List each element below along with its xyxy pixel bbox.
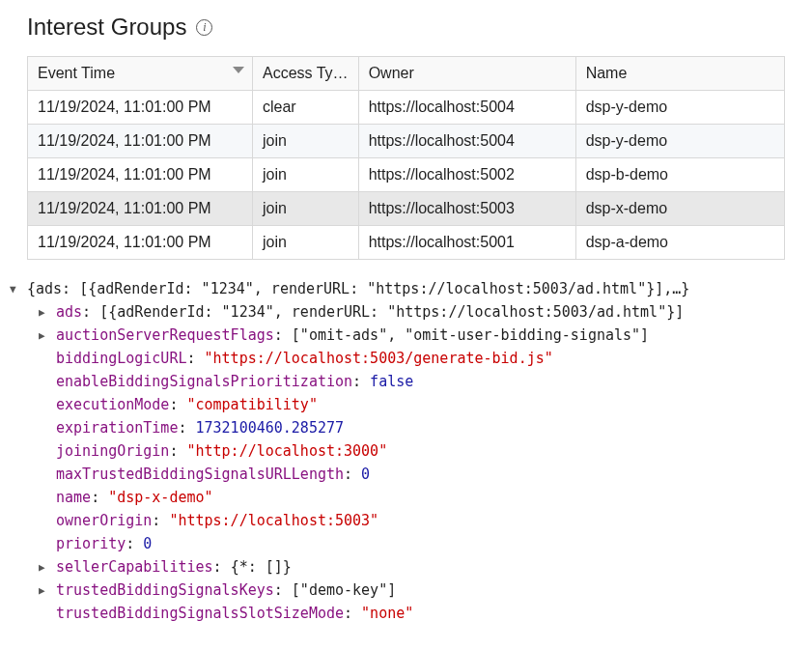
detail-line-execution-mode[interactable]: executionMode: "compatibility"	[56, 393, 318, 416]
detail-line-seller-caps[interactable]: sellerCapabilities: {*: []}	[56, 555, 292, 578]
detail-line-expiration-time[interactable]: expirationTime: 1732100460.285277	[56, 416, 344, 439]
cell-owner: https://localhost:5001	[358, 226, 575, 260]
expand-toggle-icon[interactable]: ▼	[10, 281, 23, 298]
detail-line-biddinglogicurl[interactable]: biddingLogicURL: "https://localhost:5003…	[56, 347, 553, 370]
col-header-name[interactable]: Name	[575, 57, 784, 91]
object-detail: ▼ {ads: [{adRenderId: "1234", renderURL:…	[0, 260, 812, 649]
panel-header: Interest Groups i	[0, 0, 812, 56]
table-row[interactable]: 11/19/2024, 11:01:00 PMjoinhttps://local…	[28, 226, 785, 260]
col-header-event-time[interactable]: Event Time	[28, 57, 253, 91]
col-header-owner[interactable]: Owner	[358, 57, 575, 91]
detail-line-max-trusted-url-length[interactable]: maxTrustedBiddingSignalsURLLength: 0	[56, 463, 370, 486]
cell-event_time: 11/19/2024, 11:01:00 PM	[28, 158, 253, 192]
detail-line-trusted-slot-size-mode[interactable]: trustedBiddingSignalsSlotSizeMode: "none…	[56, 602, 413, 625]
cell-name: dsp-y-demo	[575, 91, 784, 125]
cell-name: dsp-y-demo	[575, 125, 784, 158]
detail-line-trusted-keys[interactable]: trustedBiddingSignalsKeys: ["demo-key"]	[56, 578, 396, 602]
object-summary[interactable]: {ads: [{adRenderId: "1234", renderURL: "…	[27, 277, 689, 300]
cell-event_time: 11/19/2024, 11:01:00 PM	[28, 125, 253, 158]
cell-access_type: join	[253, 125, 359, 158]
table-row[interactable]: 11/19/2024, 11:01:00 PMjoinhttps://local…	[28, 125, 785, 158]
cell-event_time: 11/19/2024, 11:01:00 PM	[28, 91, 253, 125]
cell-name: dsp-x-demo	[575, 192, 784, 226]
expand-toggle-icon[interactable]: ▶	[39, 582, 52, 600]
cell-owner: https://localhost:5004	[358, 125, 575, 158]
detail-line-name[interactable]: name: "dsp-x-demo"	[56, 486, 213, 509]
col-header-access-type[interactable]: Access Ty…	[253, 57, 359, 91]
cell-access_type: join	[253, 192, 359, 226]
expand-toggle-icon[interactable]: ▶	[39, 559, 52, 577]
detail-line-ads[interactable]: ads: [{adRenderId: "1234", renderURL: "h…	[56, 300, 684, 324]
cell-owner: https://localhost:5004	[358, 91, 575, 125]
detail-line-joining-origin[interactable]: joiningOrigin: "http://localhost:3000"	[56, 439, 387, 463]
cell-owner: https://localhost:5003	[358, 192, 575, 226]
cell-event_time: 11/19/2024, 11:01:00 PM	[28, 192, 253, 226]
sort-desc-icon	[233, 67, 244, 73]
cell-owner: https://localhost:5002	[358, 158, 575, 192]
cell-access_type: clear	[253, 91, 359, 125]
cell-name: dsp-b-demo	[575, 158, 784, 192]
detail-line-enable-bidding-prioritization[interactable]: enableBiddingSignalsPrioritization: fals…	[56, 370, 413, 393]
cell-access_type: join	[253, 158, 359, 192]
info-icon[interactable]: i	[196, 19, 212, 36]
expand-toggle-icon[interactable]: ▶	[39, 327, 52, 345]
cell-access_type: join	[253, 226, 359, 260]
detail-line-auction-flags[interactable]: auctionServerRequestFlags: ["omit-ads", …	[56, 324, 649, 347]
cell-name: dsp-a-demo	[575, 226, 784, 260]
expand-toggle-icon[interactable]: ▶	[39, 304, 52, 322]
table-row[interactable]: 11/19/2024, 11:01:00 PMclearhttps://loca…	[28, 91, 785, 125]
col-header-label: Event Time	[38, 65, 115, 81]
detail-line-owner-origin[interactable]: ownerOrigin: "https://localhost:5003"	[56, 509, 378, 532]
events-table: Event Time Access Ty… Owner Name 11/19/2…	[0, 56, 812, 260]
detail-line-priority[interactable]: priority: 0	[56, 532, 152, 555]
page-title: Interest Groups	[27, 14, 186, 41]
cell-event_time: 11/19/2024, 11:01:00 PM	[28, 226, 253, 260]
table-row[interactable]: 11/19/2024, 11:01:00 PMjoinhttps://local…	[28, 192, 785, 226]
table-row[interactable]: 11/19/2024, 11:01:00 PMjoinhttps://local…	[28, 158, 785, 192]
